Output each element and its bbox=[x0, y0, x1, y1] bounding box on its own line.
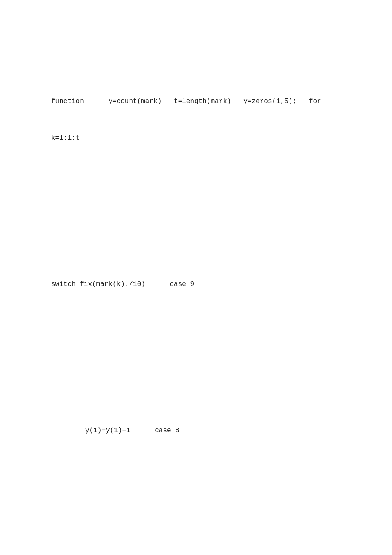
switch1-line: switch fix(mark(k)./10) case 9 bbox=[51, 278, 349, 291]
function1-line2: k=1:1:t bbox=[51, 132, 349, 145]
code-content: function y=count(mark) t=length(mark) y=… bbox=[51, 34, 349, 555]
function1-line1: function y=count(mark) t=length(mark) y=… bbox=[51, 95, 349, 108]
case8-section: y(2)=y(2)+1 case 7 bbox=[51, 546, 349, 555]
case9-body: y(1)=y(1)+1 case 8 bbox=[85, 425, 349, 437]
case9-section: y(1)=y(1)+1 case 8 bbox=[51, 400, 349, 461]
function1-section: function y=count(mark) t=length(mark) y=… bbox=[51, 71, 349, 169]
switch1-section: switch fix(mark(k)./10) case 9 bbox=[51, 254, 349, 315]
